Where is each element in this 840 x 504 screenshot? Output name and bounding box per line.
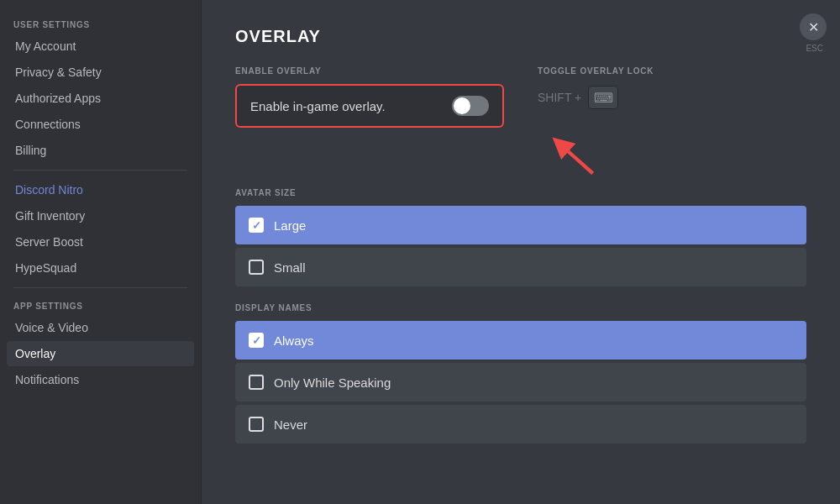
display-name-never[interactable]: Never xyxy=(235,405,806,444)
sidebar-item-gift-inventory[interactable]: Gift Inventory xyxy=(7,203,194,228)
arrow-container xyxy=(546,136,806,181)
display-name-always[interactable]: ✓ Always xyxy=(235,321,806,360)
enable-overlay-col: ENABLE OVERLAY Enable in-game overlay. xyxy=(235,66,504,128)
svg-line-1 xyxy=(560,144,593,173)
display-name-always-label: Always xyxy=(274,333,314,348)
sidebar-item-label: Discord Nitro xyxy=(15,183,83,197)
sidebar-item-label: Notifications xyxy=(15,373,79,386)
close-button[interactable]: ✕ xyxy=(800,13,827,40)
page-title: OVERLAY xyxy=(235,27,806,46)
sidebar-item-authorized-apps[interactable]: Authorized Apps xyxy=(7,86,194,111)
toggle-overlay-lock-label: TOGGLE OVERLAY LOCK xyxy=(538,66,654,76)
display-name-never-label: Never xyxy=(274,417,307,432)
display-name-speaking[interactable]: Only While Speaking xyxy=(235,363,806,402)
checkbox-always: ✓ xyxy=(249,333,264,348)
check-icon-always: ✓ xyxy=(252,334,261,347)
toggle-knob xyxy=(454,97,470,114)
display-name-speaking-label: Only While Speaking xyxy=(274,375,391,390)
red-arrow-icon xyxy=(546,136,596,178)
overlay-toggle[interactable] xyxy=(452,96,489,116)
keyboard-icon: ⌨ xyxy=(594,90,613,106)
enable-overlay-text: Enable in-game overlay. xyxy=(250,99,386,113)
sidebar-item-discord-nitro[interactable]: Discord Nitro xyxy=(7,177,194,202)
sidebar-item-hypesquad[interactable]: HypeSquad xyxy=(7,255,194,281)
divider-1 xyxy=(13,170,187,171)
sidebar-item-label: Voice & Video xyxy=(15,321,88,334)
sidebar-item-label: Server Boost xyxy=(15,235,83,249)
sidebar-item-overlay[interactable]: Overlay xyxy=(7,341,194,366)
sidebar-item-label: Billing xyxy=(15,144,46,157)
sidebar-item-connections[interactable]: Connections xyxy=(7,112,194,137)
enable-overlay-label: ENABLE OVERLAY xyxy=(235,66,504,76)
avatar-option-small-label: Small xyxy=(274,260,306,275)
toggle-lock-col: TOGGLE OVERLAY LOCK SHIFT + ⌨ xyxy=(538,66,654,109)
sidebar-item-voice-video[interactable]: Voice & Video xyxy=(7,315,194,340)
sidebar-item-label: My Account xyxy=(15,39,76,53)
enable-row: ENABLE OVERLAY Enable in-game overlay. T… xyxy=(235,66,806,128)
avatar-option-large[interactable]: ✓ Large xyxy=(235,206,806,244)
sidebar-item-server-boost[interactable]: Server Boost xyxy=(7,229,194,255)
checkbox-never xyxy=(249,417,264,432)
app-settings-label: APP SETTINGS xyxy=(7,295,194,314)
avatar-size-section: AVATAR SIZE ✓ Large Small xyxy=(235,188,806,286)
sidebar-item-my-account[interactable]: My Account xyxy=(7,34,194,59)
sidebar-item-label: Authorized Apps xyxy=(15,92,101,105)
sidebar-item-notifications[interactable]: Notifications xyxy=(7,367,194,392)
esc-label: ESC xyxy=(806,44,823,53)
divider-2 xyxy=(13,287,187,288)
sidebar-item-label: Overlay xyxy=(15,347,55,360)
sidebar-item-label: HypeSquad xyxy=(15,261,76,275)
main-content: ✕ ESC OVERLAY ENABLE OVERLAY Enable in-g… xyxy=(202,0,840,504)
sidebar-item-label: Privacy & Safety xyxy=(15,66,102,79)
sidebar-item-billing[interactable]: Billing xyxy=(7,138,194,163)
keybind-button[interactable]: ⌨ xyxy=(588,86,618,109)
avatar-size-label: AVATAR SIZE xyxy=(235,188,806,197)
avatar-option-large-label: Large xyxy=(274,218,306,233)
checkbox-large: ✓ xyxy=(249,218,264,233)
sidebar-item-privacy-safety[interactable]: Privacy & Safety xyxy=(7,60,194,85)
keybind-text: SHIFT + xyxy=(538,91,581,104)
keybind-row: SHIFT + ⌨ xyxy=(538,86,654,109)
display-names-section: DISPLAY NAMES ✓ Always Only While Speaki… xyxy=(235,303,806,444)
user-settings-label: USER SETTINGS xyxy=(7,13,194,33)
enable-overlay-box[interactable]: Enable in-game overlay. xyxy=(235,84,504,128)
avatar-option-small[interactable]: Small xyxy=(235,248,806,286)
check-icon: ✓ xyxy=(252,219,261,232)
sidebar-item-label: Gift Inventory xyxy=(15,209,85,223)
sidebar: USER SETTINGS My Account Privacy & Safet… xyxy=(0,0,202,504)
display-names-label: DISPLAY NAMES xyxy=(235,303,806,312)
sidebar-item-label: Connections xyxy=(15,118,81,131)
checkbox-small xyxy=(249,260,264,275)
checkbox-speaking xyxy=(249,375,264,390)
